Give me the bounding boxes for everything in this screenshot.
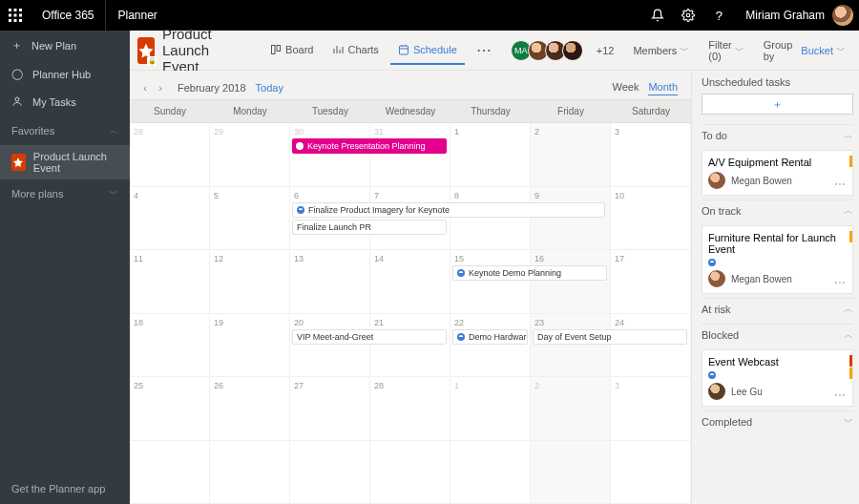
day-cell[interactable]	[210, 441, 290, 505]
day-cell[interactable]: 9	[531, 187, 611, 251]
bucket-todo[interactable]: To do︿	[702, 124, 853, 146]
day-cell[interactable]: 23 Day of Event Setup	[531, 314, 611, 378]
day-cell[interactable]: 28	[130, 123, 210, 187]
assignee-name: Megan Bowen	[731, 274, 792, 284]
bucket-atrisk[interactable]: At risk︿	[702, 298, 853, 320]
get-app-link[interactable]: Get the Planner app	[0, 473, 130, 504]
group-by-dropdown[interactable]: Group by Bucket﹀	[758, 39, 851, 62]
day-cell[interactable]: 3	[611, 123, 691, 187]
day-cell[interactable]: 21	[370, 314, 450, 378]
event-keynote-planning[interactable]: Keynote Presentation Planning	[292, 138, 447, 154]
day-cell[interactable]: 5	[210, 187, 290, 251]
day-cell[interactable]: 19	[210, 314, 290, 378]
event-finalize-pr[interactable]: Finalize Launch PR	[292, 220, 447, 235]
day-cell[interactable]: 17	[611, 250, 691, 314]
progress-dot-icon	[457, 269, 465, 277]
day-cell[interactable]: 12	[210, 250, 290, 314]
more-plans-section[interactable]: More plans ﹀	[0, 179, 130, 208]
day-cell[interactable]: 2	[531, 123, 611, 187]
day-cell[interactable]: 6 Finalize Product Imagery for Keynote F…	[290, 187, 370, 251]
tab-charts[interactable]: Charts	[325, 35, 386, 65]
add-task-button[interactable]: ＋	[702, 94, 853, 115]
day-cell[interactable]: 4	[130, 187, 210, 251]
bucket-ontrack[interactable]: On track︿	[702, 200, 853, 221]
weekday: Friday	[531, 100, 611, 122]
day-cell[interactable]: 7	[370, 187, 450, 251]
task-card[interactable]: Furniture Rental for Launch Event ⋯ Mega…	[702, 225, 853, 294]
event-demo-planning[interactable]: Keynote Demo Planning	[452, 265, 607, 281]
week-view-toggle[interactable]: Week	[613, 81, 639, 95]
day-cell[interactable]: 26	[210, 377, 290, 441]
day-cell[interactable]: 27	[290, 377, 370, 441]
event-finalize-imagery[interactable]: Finalize Product Imagery for Keynote	[292, 202, 605, 218]
help-icon[interactable]: ?	[703, 0, 734, 31]
day-cell[interactable]: 11	[130, 250, 210, 314]
my-tasks-link[interactable]: My Tasks	[0, 88, 130, 116]
day-cell[interactable]	[290, 441, 370, 505]
day-cell[interactable]: 15 Keynote Demo Planning	[450, 250, 531, 314]
nav-label: Planner Hub	[32, 69, 91, 80]
day-cell[interactable]: 31	[370, 123, 450, 187]
day-cell[interactable]: 16	[531, 250, 611, 314]
day-cell[interactable]: 10	[611, 187, 691, 251]
settings-icon[interactable]	[673, 0, 703, 31]
day-cell[interactable]: 18	[130, 314, 210, 378]
calendar: ‹ › February 2018 Today Week Month Sunda…	[130, 71, 691, 504]
day-cell[interactable]: 22 Demo Hardware	[450, 314, 531, 378]
notifications-icon[interactable]	[642, 0, 673, 31]
bucket-completed[interactable]: Completed﹀	[702, 410, 853, 432]
day-cell[interactable]: 29	[210, 123, 290, 187]
chevron-down-icon: ﹀	[735, 44, 744, 57]
day-cell[interactable]	[531, 441, 611, 505]
day-cell[interactable]	[450, 441, 531, 505]
prev-month-button[interactable]: ‹	[137, 80, 153, 95]
day-cell[interactable]: 8	[450, 187, 531, 251]
task-card[interactable]: A/V Equipment Rental ⋯ Megan Bowen	[702, 150, 853, 196]
event-vip[interactable]: VIP Meet-and-Greet	[292, 329, 447, 345]
favorites-section[interactable]: Favorites ︿	[0, 116, 130, 145]
next-month-button[interactable]: ›	[153, 80, 168, 95]
day-cell[interactable]: 28	[370, 377, 450, 441]
user-menu[interactable]: Miriam Graham	[734, 5, 859, 26]
tab-schedule[interactable]: Schedule	[390, 35, 465, 65]
day-cell[interactable]: 1	[450, 123, 531, 187]
planner-hub-link[interactable]: ◯ Planner Hub	[0, 60, 130, 88]
favorite-plan-item[interactable]: Product Launch Event	[0, 145, 130, 179]
day-cell[interactable]: 24	[611, 314, 691, 378]
bucket-blocked[interactable]: Blocked︿	[702, 324, 853, 346]
day-cell[interactable]: 1	[450, 377, 531, 441]
members-avatars[interactable]: MA	[514, 40, 583, 61]
day-cell[interactable]: 14	[370, 250, 450, 314]
progress-dot-icon	[708, 371, 716, 379]
today-button[interactable]: Today	[256, 82, 283, 94]
day-cell[interactable]	[130, 441, 210, 505]
task-card[interactable]: Event Webcast ⋯ Lee Gu	[702, 349, 853, 407]
nav-label: My Tasks	[32, 96, 76, 108]
day-cell[interactable]: 3	[611, 377, 691, 441]
day-cell[interactable]: 25	[130, 377, 210, 441]
member-avatar	[562, 40, 583, 61]
tab-label: Charts	[347, 44, 378, 55]
members-extra-count[interactable]: +12	[591, 45, 620, 56]
more-options-button[interactable]: ⋯	[469, 35, 499, 65]
members-dropdown[interactable]: Members﹀	[627, 44, 695, 57]
day-cell[interactable]: 20 VIP Meet-and-Greet	[290, 314, 370, 378]
month-view-toggle[interactable]: Month	[648, 81, 678, 95]
event-day-setup[interactable]: Day of Event Setup	[533, 329, 687, 345]
day-cell[interactable]: 2	[531, 377, 611, 441]
task-more-icon[interactable]: ⋯	[834, 388, 847, 402]
task-more-icon[interactable]: ⋯	[834, 276, 847, 289]
event-demo-hw[interactable]: Demo Hardware	[452, 329, 528, 345]
day-cell[interactable]: 30 Keynote Presentation Planning	[290, 123, 370, 187]
assignee-name: Megan Bowen	[731, 176, 792, 186]
day-cell[interactable]	[370, 441, 450, 505]
chevron-down-icon: ﹀	[680, 44, 689, 57]
new-plan-button[interactable]: ＋ New Plan	[0, 31, 130, 60]
weekday: Monday	[210, 100, 290, 122]
day-cell[interactable]: 13	[290, 250, 370, 314]
task-more-icon[interactable]: ⋯	[834, 178, 847, 191]
app-launcher-icon[interactable]	[0, 0, 31, 31]
tab-board[interactable]: Board	[262, 35, 321, 65]
filter-dropdown[interactable]: Filter (0)﹀	[702, 39, 749, 62]
day-cell[interactable]	[611, 441, 691, 505]
